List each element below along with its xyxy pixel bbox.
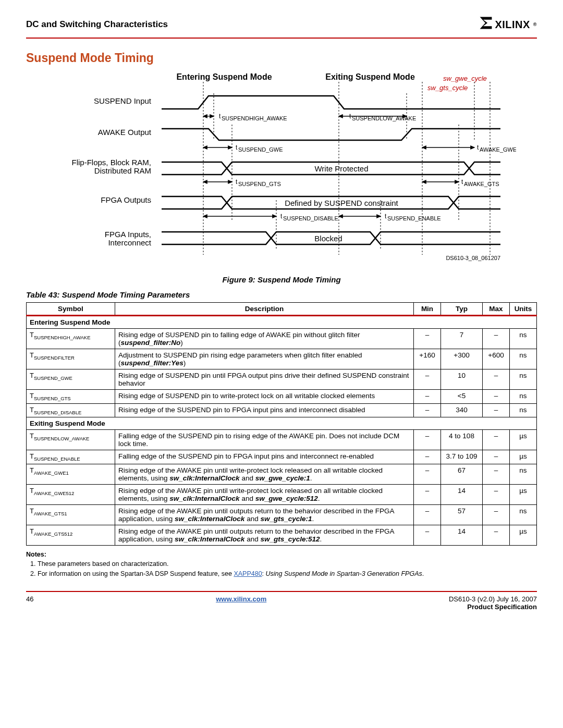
table-row: TSUSPENDHIGH_AWAKERising edge of SUSPEND… <box>27 329 537 349</box>
svg-text:AWAKE_GTS: AWAKE_GTS <box>464 181 499 187</box>
brand-name: XILINX <box>495 19 530 31</box>
col-max: Max <box>483 303 510 316</box>
header-rule <box>26 38 537 39</box>
header-title: DC and Switching Characteristics <box>26 19 168 30</box>
section-title: Suspend Mode Timing <box>26 51 537 65</box>
col-symbol: Symbol <box>27 303 115 316</box>
note-1: These parameters based on characterizati… <box>38 560 537 569</box>
table-row: TAWAKE_GTS1Rising edge of the AWAKE pin … <box>27 505 537 525</box>
svg-text:SUSPENDLOW_AWAKE: SUSPENDLOW_AWAKE <box>352 115 416 121</box>
svg-text:SUSPEND_GTS: SUSPEND_GTS <box>238 181 281 187</box>
table-row: TSUSPEND_GWERising edge of SUSPEND pin u… <box>27 369 537 390</box>
svg-text:AWAKE_GWE: AWAKE_GWE <box>480 146 516 153</box>
svg-text:t: t <box>461 178 463 186</box>
section-row: Exiting Suspend Mode <box>27 417 537 430</box>
timing-parameters-table: Symbol Description Min Typ Max Units Ent… <box>26 302 537 546</box>
svg-text:SUSPEND_DISABLE: SUSPEND_DISABLE <box>283 215 338 221</box>
footer: 46 www.xilinx.com DS610-3 (v2.0) July 16… <box>26 595 537 611</box>
svg-text:Write Protected: Write Protected <box>314 164 368 173</box>
table-row: TSUSPEND_ENABLEFalling edge of the SUSPE… <box>27 450 537 464</box>
svg-text:Exiting Suspend Mode: Exiting Suspend Mode <box>325 72 415 81</box>
col-description: Description <box>115 303 414 316</box>
svg-text:t: t <box>219 113 221 120</box>
svg-text:SUSPEND Input: SUSPEND Input <box>94 96 152 105</box>
figure-caption: Figure 9: Suspend Mode Timing <box>26 275 537 284</box>
timing-diagram: .lbl{font:15px Arial;} .lblb{font:bold 1… <box>26 72 537 284</box>
table-row: TAWAKE_GWE512Rising edge of the AWAKE pi… <box>27 485 537 505</box>
svg-text:t: t <box>477 144 479 151</box>
svg-text:Entering Suspend Mode: Entering Suspend Mode <box>176 72 272 81</box>
svg-text:Interconnect: Interconnect <box>108 238 151 247</box>
svg-text:SUSPENDHIGH_AWAKE: SUSPENDHIGH_AWAKE <box>222 115 287 121</box>
footer-doc: DS610-3 (v2.0) July 16, 2007 <box>449 595 537 603</box>
footer-url[interactable]: www.xilinx.com <box>216 595 266 603</box>
svg-text:DS610-3_08_061207: DS610-3_08_061207 <box>446 255 500 261</box>
xapp480-link[interactable]: XAPP480 <box>234 570 262 577</box>
svg-text:t: t <box>385 213 387 220</box>
svg-text:SUSPEND_GWE: SUSPEND_GWE <box>238 146 283 153</box>
col-typ: Typ <box>441 303 483 316</box>
footer-spec: Product Specification <box>449 603 537 611</box>
svg-text:Defined by SUSPEND constraint: Defined by SUSPEND constraint <box>285 199 398 207</box>
svg-marker-0 <box>480 17 492 29</box>
table-row: TSUSPEND_GTSRising edge of SUSPEND pin t… <box>27 390 537 404</box>
svg-text:Distributed RAM: Distributed RAM <box>94 166 151 175</box>
table-caption: Table 43: Suspend Mode Timing Parameters <box>26 290 537 299</box>
table-row: TSUSPENDLOW_AWAKEFalling edge of the SUS… <box>27 430 537 450</box>
svg-text:sw_gts_cycle: sw_gts_cycle <box>427 84 468 92</box>
svg-text:t: t <box>236 144 238 151</box>
notes-title: Notes: <box>26 551 537 558</box>
table-row: TAWAKE_GTS512Rising edge of the AWAKE pi… <box>27 525 537 546</box>
svg-text:sw_gwe_cycle: sw_gwe_cycle <box>443 75 487 82</box>
page-number: 46 <box>26 595 33 611</box>
table-row: TAWAKE_GWE1Rising edge of the AWAKE pin … <box>27 464 537 485</box>
sigma-icon <box>479 16 493 33</box>
svg-text:t: t <box>236 178 238 186</box>
brand-reg: ® <box>533 22 537 27</box>
section-row: Entering Suspend Mode <box>27 316 537 329</box>
svg-text:SUSPEND_ENABLE: SUSPEND_ENABLE <box>387 215 441 221</box>
svg-text:FPGA Outputs: FPGA Outputs <box>101 195 151 204</box>
brand-logo: XILINX® <box>479 16 537 33</box>
svg-text:Blocked: Blocked <box>314 234 342 243</box>
col-min: Min <box>414 303 441 316</box>
note-2: For information on using the Spartan-3A … <box>38 570 537 578</box>
svg-text:Flip-Flops, Block RAM,: Flip-Flops, Block RAM, <box>71 158 151 167</box>
notes: Notes: These parameters based on charact… <box>26 551 537 578</box>
page-header: DC and Switching Characteristics XILINX® <box>26 16 537 33</box>
table-row: TSUSPEND_DISABLERising edge of the SUSPE… <box>27 403 537 417</box>
col-units: Units <box>510 303 537 316</box>
footer-rule <box>26 591 537 592</box>
svg-text:AWAKE Output: AWAKE Output <box>98 128 152 137</box>
table-row: TSUSPENDFILTERAdjustment to SUSPEND pin … <box>27 349 537 369</box>
svg-text:FPGA Inputs,: FPGA Inputs, <box>105 230 151 239</box>
svg-text:t: t <box>280 213 283 220</box>
